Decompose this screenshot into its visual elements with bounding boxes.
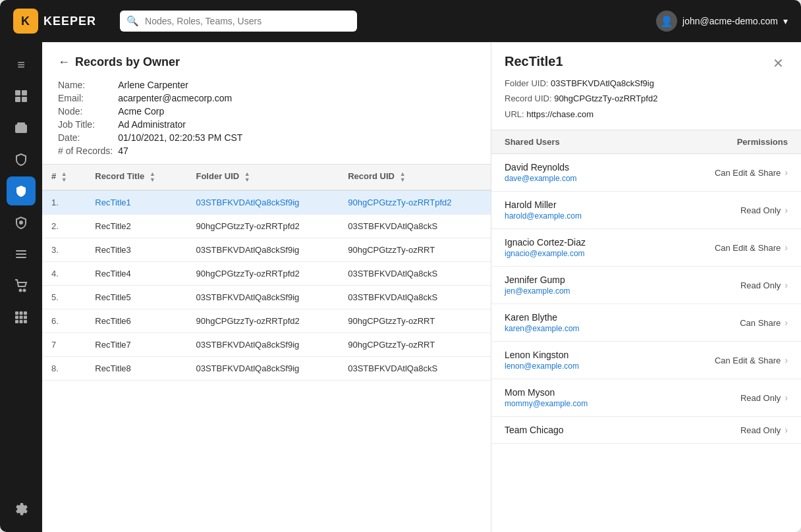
node-label: Node: xyxy=(58,106,113,117)
table-row[interactable]: 5.RecTitle503STBFKVDAtlQa8ckSf9ig03STBFK… xyxy=(42,286,491,309)
col-record-uid[interactable]: Record UID ▲▼ xyxy=(339,165,491,190)
shared-user-row[interactable]: Lenon Kingstonlenon@example.comCan Edit … xyxy=(491,342,801,379)
chevron-right-icon: › xyxy=(785,280,788,290)
permission-label: Read Only xyxy=(740,205,781,215)
svg-rect-2 xyxy=(15,97,20,102)
shared-users-list: David Reynoldsdave@example.comCan Edit &… xyxy=(491,154,801,444)
user-dropdown-icon: ▾ xyxy=(783,16,788,26)
row-record-uid: 90hgCPGtzzTy-ozRRTpfd2 xyxy=(339,190,491,215)
table-row[interactable]: 2.RecTitle290hgCPGtzzTy-ozRRTpfd203STBFK… xyxy=(42,215,491,238)
row-record-title[interactable]: RecTitle4 xyxy=(86,262,186,286)
row-record-title[interactable]: RecTitle8 xyxy=(86,357,186,381)
svg-rect-19 xyxy=(20,320,23,323)
sidebar-item-key[interactable] xyxy=(7,208,36,237)
sidebar-item-vault[interactable] xyxy=(7,113,36,142)
table-row[interactable]: 8.RecTitle803STBFKVDAtlQa8ckSf9ig03STBFK… xyxy=(42,357,491,381)
records-tbody: 1.RecTitle103STBFKVDAtlQa8ckSf9ig90hgCPG… xyxy=(42,190,491,381)
row-record-title[interactable]: RecTitle1 xyxy=(86,190,186,215)
user-name: Jennifer Gump xyxy=(505,275,570,285)
folder-uid-label: Folder UID: xyxy=(505,78,548,88)
search-icon: 🔍 xyxy=(126,15,139,27)
user-permission: Read Only› xyxy=(740,425,788,435)
user-email: john@acme-demo.com xyxy=(682,16,778,26)
user-permission: Can Edit & Share› xyxy=(715,355,788,365)
col-num[interactable]: # ▲▼ xyxy=(42,165,86,190)
date-label: Date: xyxy=(58,132,113,143)
table-row[interactable]: 7RecTitle703STBFKVDAtlQa8ckSf9ig90hgCPGt… xyxy=(42,333,491,357)
sidebar-item-menu[interactable]: ≡ xyxy=(7,50,36,79)
user-area[interactable]: 👤 john@acme-demo.com ▾ xyxy=(656,11,788,32)
permissions-col-label: Permissions xyxy=(737,137,788,147)
table-row[interactable]: 4.RecTitle490hgCPGtzzTy-ozRRTpfd203STBFK… xyxy=(42,262,491,286)
permission-label: Read Only xyxy=(740,393,781,403)
user-info: Harold Millerharold@example.com xyxy=(505,200,582,221)
chevron-right-icon: › xyxy=(785,425,788,435)
record-uid-label: Record UID: xyxy=(505,93,552,103)
user-email: harold@example.com xyxy=(505,211,582,221)
sidebar-item-security[interactable] xyxy=(7,145,36,174)
svg-point-10 xyxy=(20,290,22,292)
col-record-title[interactable]: Record Title ▲▼ xyxy=(86,165,186,190)
row-folder-uid: 90hgCPGtzzTy-ozRRTpfd2 xyxy=(186,215,339,238)
svg-rect-3 xyxy=(22,97,27,102)
row-record-title[interactable]: RecTitle6 xyxy=(86,309,186,333)
user-name: Team Chicago xyxy=(505,425,564,435)
table-row[interactable]: 3.RecTitle303STBFKVDAtlQa8ckSf9ig90hgCPG… xyxy=(42,238,491,262)
table-row[interactable]: 6.RecTitle690hgCPGtzzTy-ozRRTpfd290hgCPG… xyxy=(42,309,491,333)
shared-user-row[interactable]: David Reynoldsdave@example.comCan Edit &… xyxy=(491,154,801,192)
row-record-uid: 03STBFKVDAtlQa8ckS xyxy=(339,286,491,309)
node-value: Acme Corp xyxy=(118,106,475,117)
search-bar: 🔍 xyxy=(120,11,357,32)
row-record-title[interactable]: RecTitle5 xyxy=(86,286,186,309)
shared-user-row[interactable]: Karen Blythekaren@example.comCan Share› xyxy=(491,304,801,342)
sidebar-item-shop[interactable] xyxy=(7,271,36,300)
shared-user-row[interactable]: Harold Millerharold@example.comRead Only… xyxy=(491,192,801,229)
sidebar-item-active-shield[interactable] xyxy=(7,176,36,205)
row-num: 6. xyxy=(42,309,86,333)
search-input[interactable] xyxy=(120,11,357,32)
user-info: Ignacio Cortez-Diazignacio@example.com xyxy=(505,237,586,258)
user-name: Lenon Kingston xyxy=(505,350,579,360)
record-meta: Folder UID: 03STBFKVDAtlQa8ckSf9ig Recor… xyxy=(505,76,657,122)
shared-users-header: Shared Users Permissions xyxy=(491,130,801,154)
svg-rect-0 xyxy=(15,90,20,95)
back-button[interactable]: ← xyxy=(58,55,70,69)
user-email: dave@example.com xyxy=(505,174,577,183)
shared-user-row[interactable]: Ignacio Cortez-Diazignacio@example.comCa… xyxy=(491,229,801,267)
chevron-right-icon: › xyxy=(785,317,788,328)
shared-user-row[interactable]: Jennifer Gumpjen@example.comRead Only› xyxy=(491,267,801,304)
sidebar-item-settings[interactable] xyxy=(7,495,36,524)
close-button[interactable]: ✕ xyxy=(769,54,788,72)
user-name: Karen Blythe xyxy=(505,312,580,323)
logo-icon: K xyxy=(13,9,38,34)
user-name: Harold Miller xyxy=(505,200,582,210)
user-email: ignacio@example.com xyxy=(505,249,586,258)
permission-label: Can Share xyxy=(740,318,781,328)
shared-user-row[interactable]: Team ChicagoRead Only› xyxy=(491,417,801,444)
table-row[interactable]: 1.RecTitle103STBFKVDAtlQa8ckSf9ig90hgCPG… xyxy=(42,190,491,215)
row-record-uid: 90hgCPGtzzTy-ozRRT xyxy=(339,333,491,357)
date-value: 01/10/2021, 02:20:53 PM CST xyxy=(118,132,475,143)
folder-uid-value: 03STBFKVDAtlQa8ckSf9ig xyxy=(551,78,654,88)
col-folder-uid[interactable]: Folder UID ▲▼ xyxy=(186,165,339,190)
sidebar-item-grid[interactable] xyxy=(7,303,36,332)
row-num: 1. xyxy=(42,190,86,215)
sidebar-item-dashboard[interactable] xyxy=(7,82,36,111)
svg-point-11 xyxy=(24,290,26,292)
records-value: 47 xyxy=(118,146,475,156)
user-name: Ignacio Cortez-Diaz xyxy=(505,237,586,248)
name-label: Name: xyxy=(58,80,113,90)
sidebar-item-list[interactable] xyxy=(7,240,36,269)
user-info: Team Chicago xyxy=(505,425,564,435)
chevron-right-icon: › xyxy=(785,392,788,403)
email-value: acarpenter@acmecorp.com xyxy=(118,93,475,103)
shared-user-row[interactable]: Mom Mysonmommy@example.comRead Only› xyxy=(491,379,801,417)
row-record-title[interactable]: RecTitle7 xyxy=(86,333,186,357)
row-folder-uid: 03STBFKVDAtlQa8ckSf9ig xyxy=(186,286,339,309)
svg-rect-17 xyxy=(24,316,27,319)
records-label: # of Records: xyxy=(58,146,113,156)
row-record-title[interactable]: RecTitle3 xyxy=(86,238,186,262)
row-record-title[interactable]: RecTitle2 xyxy=(86,215,186,238)
user-info: Lenon Kingstonlenon@example.com xyxy=(505,350,579,371)
user-info: Karen Blythekaren@example.com xyxy=(505,312,580,333)
